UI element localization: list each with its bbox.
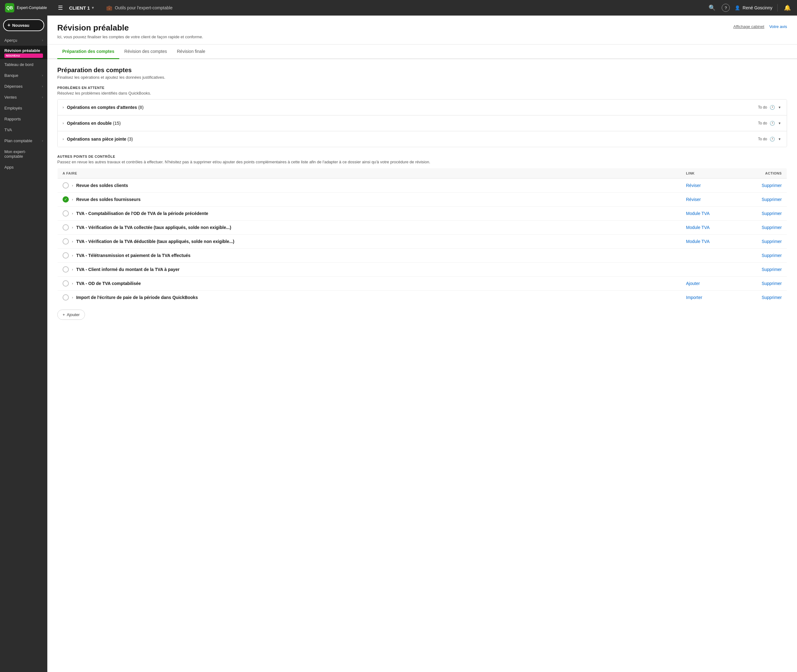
preparation-title: Préparation des comptes — [57, 67, 787, 74]
new-button[interactable]: + Nouveau — [3, 19, 44, 31]
clock-icon-2[interactable]: 🕐 — [770, 137, 775, 142]
row-label-7: TVA - OD de TVA comptabilisée — [76, 281, 141, 286]
sidebar-item-plan-comptable[interactable]: Plan comptable › — [0, 135, 47, 146]
content-area: Révision préalable Ici, vous pouvez fina… — [47, 16, 797, 672]
problem-label-2: Opérations sans pièce jointe (3) — [67, 137, 133, 142]
row-expand-8[interactable]: › — [72, 296, 73, 299]
table-row: › TVA - Comptabilisation de l'OD de TVA … — [58, 206, 787, 221]
top-header: QB Expert-Comptable ☰ CLIENT 1 ▾ 💼 Outil… — [0, 0, 797, 16]
sidebar-chevron-banque: › — [42, 74, 43, 77]
table-row: › TVA - Client informé du montant de la … — [58, 262, 787, 277]
row-check-8[interactable] — [63, 294, 69, 301]
todo-badge-2: To do — [758, 137, 767, 141]
add-button[interactable]: + Ajouter — [57, 310, 85, 320]
row-expand-1[interactable]: › — [72, 198, 73, 201]
row-check-7[interactable] — [63, 280, 69, 286]
row-link-7[interactable]: Ajouter — [681, 277, 750, 291]
help-button[interactable]: ? — [722, 4, 730, 12]
row-expand-6[interactable]: › — [72, 267, 73, 271]
row-link-3[interactable]: Module TVA — [681, 221, 750, 235]
new-button-label: Nouveau — [12, 23, 29, 28]
row-check-1[interactable]: ✓ — [63, 196, 69, 203]
row-expand-0[interactable]: › — [72, 184, 73, 187]
row-label-4: TVA - Vérification de la TVA déductible … — [76, 239, 234, 244]
row-check-3[interactable] — [63, 224, 69, 230]
table-row: › TVA - Télétransmission et paiement de … — [58, 249, 787, 262]
sidebar-item-apps[interactable]: Apps — [0, 162, 47, 173]
row-action-4[interactable]: Supprimer — [750, 235, 787, 249]
row-link-8[interactable]: Importer — [681, 291, 750, 305]
row-expand-3[interactable]: › — [72, 226, 73, 229]
row-check-6[interactable] — [63, 266, 69, 272]
sidebar-item-rapports[interactable]: Rapports — [0, 114, 47, 125]
row-link-4[interactable]: Module TVA — [681, 235, 750, 249]
clock-icon-1[interactable]: 🕐 — [770, 121, 775, 126]
hamburger-button[interactable]: ☰ — [57, 3, 64, 13]
row-action-2[interactable]: Supprimer — [750, 206, 787, 221]
sidebar-item-employes[interactable]: Employés — [0, 103, 47, 114]
row-expand-4[interactable]: › — [72, 240, 73, 243]
sidebar-chevron-apercu: › — [42, 38, 43, 42]
sidebar-item-apercu[interactable]: Aperçu › — [0, 35, 47, 46]
row-expand-5[interactable]: › — [72, 254, 73, 257]
row-check-5[interactable] — [63, 252, 69, 259]
sidebar-item-banque[interactable]: Banque › — [0, 70, 47, 81]
todo-badge-1: To do — [758, 121, 767, 125]
row-check-2[interactable] — [63, 210, 69, 216]
row-label-5: TVA - Télétransmission et paiement de la… — [76, 253, 191, 258]
row-check-0[interactable] — [63, 182, 69, 189]
sidebar-item-revision-prealable[interactable]: Révision préalable NOUVEAU — [0, 46, 47, 59]
expand-icon-2[interactable]: › — [63, 137, 64, 141]
sidebar-item-mon-expert[interactable]: Mon expert-comptable — [0, 146, 47, 162]
row-check-4[interactable] — [63, 238, 69, 245]
dropdown-arrow-2[interactable]: ▾ — [778, 136, 782, 142]
row-link-1[interactable]: Réviser — [681, 193, 750, 206]
clock-icon-0[interactable]: 🕐 — [770, 105, 775, 110]
expand-icon-1[interactable]: › — [63, 121, 64, 125]
search-button[interactable]: 🔍 — [707, 3, 717, 13]
notification-bell-button[interactable]: 🔔 — [783, 3, 792, 13]
dropdown-arrow-1[interactable]: ▾ — [778, 120, 782, 126]
affichage-cabinet-link[interactable]: Affichage cabinet — [733, 24, 764, 29]
row-label-8: Import de l'écriture de paie de la pério… — [76, 295, 198, 300]
user-area: 👤 René Goscinny — [735, 5, 772, 10]
row-action-1[interactable]: Supprimer — [750, 193, 787, 206]
tab-preparation-comptes[interactable]: Préparation des comptes — [57, 45, 119, 59]
row-action-8[interactable]: Supprimer — [750, 291, 787, 305]
row-expand-2[interactable]: › — [72, 211, 73, 215]
briefcase-icon: 💼 — [106, 5, 112, 11]
row-action-5[interactable]: Supprimer — [750, 249, 787, 262]
dropdown-arrow-0[interactable]: ▾ — [778, 104, 782, 111]
table-row: › TVA - Vérification de la TVA déductibl… — [58, 235, 787, 249]
sidebar-item-ventes[interactable]: Ventes › — [0, 92, 47, 103]
problem-list: › Opérations en comptes d'attentes (8) T… — [57, 99, 787, 147]
row-action-0[interactable]: Supprimer — [750, 179, 787, 193]
page-subtitle: Ici, vous pouvez finaliser les comptes d… — [57, 35, 203, 39]
page-title: Révision préalable — [57, 23, 203, 33]
tab-revision-finale[interactable]: Révision finale — [172, 45, 210, 59]
row-action-7[interactable]: Supprimer — [750, 277, 787, 291]
row-action-6[interactable]: Supprimer — [750, 262, 787, 277]
problems-section-subtitle: Résolvez les problèmes identifiés dans Q… — [57, 91, 787, 96]
client-selector[interactable]: CLIENT 1 ▾ — [69, 5, 94, 11]
row-link-0[interactable]: Réviser — [681, 179, 750, 193]
main-layout: + Nouveau Aperçu › Révision préalable NO… — [0, 16, 797, 672]
problem-item-double: › Opérations en double (15) To do 🕐 ▾ — [58, 115, 787, 131]
expand-icon-0[interactable]: › — [63, 105, 64, 109]
sidebar: + Nouveau Aperçu › Révision préalable NO… — [0, 16, 47, 672]
table-row: › Import de l'écriture de paie de la pér… — [58, 291, 787, 305]
problem-item-piece-jointe: › Opérations sans pièce jointe (3) To do… — [58, 131, 787, 147]
controls-section-title: AUTRES POINTS DE CONTRÔLE — [57, 155, 787, 158]
row-expand-7[interactable]: › — [72, 282, 73, 285]
page-header: Révision préalable Ici, vous pouvez fina… — [47, 16, 797, 45]
tab-revision-comptes[interactable]: Révision des comptes — [119, 45, 172, 59]
sidebar-item-tva[interactable]: TVA — [0, 125, 47, 135]
row-link-2[interactable]: Module TVA — [681, 206, 750, 221]
row-link-6 — [681, 262, 750, 277]
sidebar-item-depenses[interactable]: Dépenses › — [0, 81, 47, 92]
page-header-top: Révision préalable Ici, vous pouvez fina… — [57, 23, 787, 39]
sidebar-item-tableau-de-bord[interactable]: Tableau de bord — [0, 59, 47, 70]
votre-avis-link[interactable]: Votre avis — [769, 24, 787, 29]
row-action-3[interactable]: Supprimer — [750, 221, 787, 235]
tools-area: 💼 Outils pour l'expert-comptable — [106, 5, 173, 11]
